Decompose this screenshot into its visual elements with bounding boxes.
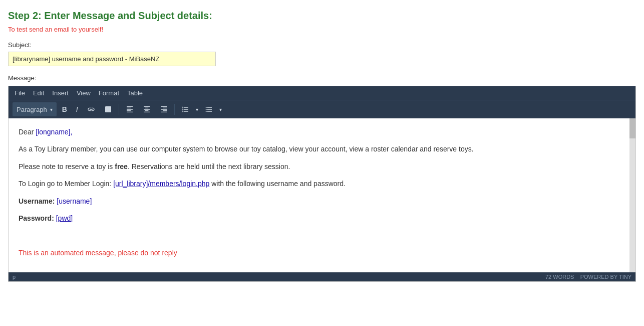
word-count: 72 WORDS [545,274,574,280]
username-paragraph: Username: [username] [19,196,625,207]
menu-insert[interactable]: Insert [52,89,69,97]
editor-content[interactable]: Dear [longname], As a Toy Library member… [9,118,635,272]
align-left-button[interactable] [122,102,137,116]
align-center-button[interactable] [139,102,154,116]
unordered-list-chevron-icon[interactable]: ▾ [218,102,223,116]
editor-body-wrapper: Dear [longname], As a Toy Library member… [9,118,635,272]
menu-edit[interactable]: Edit [33,89,44,97]
statusbar-element: p [13,274,16,280]
greeting-paragraph: Dear [longname], [19,126,625,137]
separator-1 [119,104,119,115]
password-var[interactable]: [pwd] [56,214,73,222]
align-center-icon [143,105,151,113]
page-title: Step 2: Enter Message and Subject detail… [8,10,636,22]
menu-view[interactable]: View [77,89,91,97]
image-icon [104,105,112,113]
paragraph-chevron-icon: ▾ [50,107,53,112]
menu-file[interactable]: File [15,89,25,97]
password-paragraph: Password: [pwd] [19,213,625,224]
link-button[interactable] [84,102,99,116]
spacer-paragraph [19,230,625,241]
subject-label: Subject: [8,41,636,49]
line3-suffix: with the following username and password… [209,180,346,188]
bold-button[interactable]: B [59,102,71,116]
automated-message: This is an automated message, please do … [19,249,177,257]
editor-menubar: File Edit Insert View Format Table [9,86,635,100]
password-label: Password: [19,214,56,222]
message-label: Message: [8,74,636,82]
line3-prefix: To Login go to Member Login: [19,180,113,188]
separator-2 [174,104,175,115]
automated-paragraph: This is an automated message, please do … [19,247,625,258]
unordered-list-icon [205,105,213,113]
ordered-list-chevron-icon[interactable]: ▾ [195,102,199,116]
ordered-list-icon [181,105,189,113]
powered-by: POWERED BY TINY [580,274,631,280]
line2-prefix: Please note to reserve a toy is [19,162,115,171]
align-right-button[interactable] [156,102,171,116]
ordered-list-button[interactable] [178,102,193,116]
align-right-icon [160,105,168,113]
username-var: [username] [57,197,92,205]
greeting-text: Dear [19,128,36,136]
greeting-var: [longname], [36,128,72,136]
align-left-icon [126,105,134,113]
line2-paragraph: Please note to reserve a toy is free. Re… [19,161,625,172]
scroll-track[interactable] [629,118,635,272]
subtitle: To test send an email to yourself! [8,26,636,33]
scroll-thumb[interactable] [629,118,635,138]
line2-bold: free [115,162,128,171]
editor-wrapper: File Edit Insert View Format Table Parag… [8,86,636,282]
italic-button[interactable]: I [73,102,82,116]
unordered-list-button[interactable] [201,102,216,116]
paragraph-dropdown[interactable]: Paragraph ▾ [13,102,57,116]
editor-statusbar: p 72 WORDS POWERED BY TINY [9,272,635,281]
line3-paragraph: To Login go to Member Login: [url_librar… [19,178,625,189]
menu-format[interactable]: Format [99,89,119,97]
link-icon [87,105,95,113]
menu-table[interactable]: Table [127,89,143,97]
statusbar-info: 72 WORDS POWERED BY TINY [545,274,631,280]
line2-suffix: . Reservations are held until the next l… [128,162,290,171]
editor-toolbar: Paragraph ▾ B I [9,100,635,118]
subject-input[interactable] [8,52,216,66]
username-label: Username: [19,197,57,205]
login-link[interactable]: [url_library]/members/login.php [113,180,209,188]
paragraph-label: Paragraph [17,106,47,113]
image-button[interactable] [101,102,116,116]
line1-paragraph: As a Toy Library member, you can use our… [19,143,625,154]
